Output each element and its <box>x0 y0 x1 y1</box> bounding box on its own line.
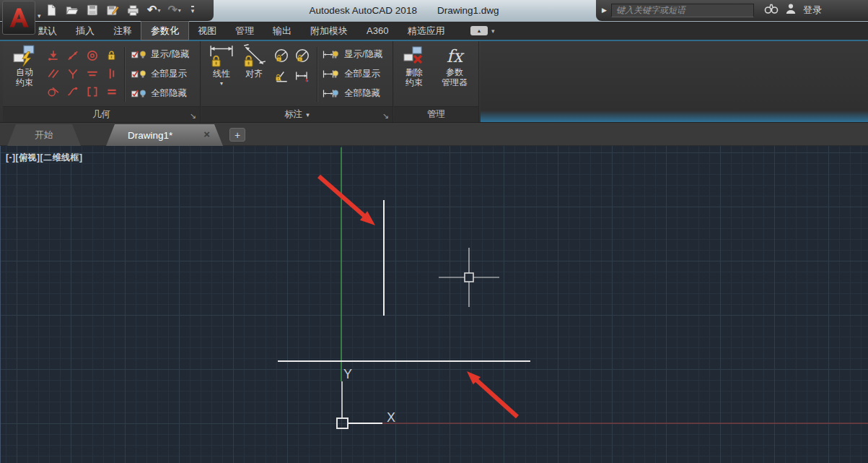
undo-icon: ↶ <box>147 4 157 17</box>
ribbon-tab-view[interactable]: 视图 <box>188 22 226 40</box>
dimension-small-buttons <box>271 46 312 86</box>
constraint-tangent-button[interactable] <box>43 82 63 100</box>
constraint-vertical-button[interactable] <box>102 64 121 82</box>
ribbon-tab-annotate[interactable]: 注释 <box>104 22 141 40</box>
auto-constrain-label-1: 自动 <box>16 67 33 77</box>
undo-button[interactable]: ↶ ▾ <box>147 4 160 17</box>
parameters-manager-button[interactable]: fx 参数 管理器 <box>434 46 475 87</box>
ribbon-tab-insert[interactable]: 插入 <box>66 22 104 40</box>
geometry-panel-title: 几何 <box>3 106 200 122</box>
redo-caret-icon[interactable]: ▾ <box>178 7 181 14</box>
linear-dimension-icon <box>209 44 234 69</box>
constraint-horizontal-button[interactable] <box>82 64 102 82</box>
ucs-x-label: X <box>387 410 395 425</box>
ribbon-tab-addins[interactable]: 附加模块 <box>301 22 357 40</box>
show-hide-dim-constraints-icon <box>323 49 340 60</box>
ribbon-collapse-button[interactable]: ▲ ▾ <box>470 26 495 35</box>
delete-constraints-icon <box>403 46 426 67</box>
aligned-dimension-button[interactable]: 对齐 <box>239 44 269 79</box>
geometry-show-hide-button[interactable]: 显示/隐藏 <box>131 45 189 64</box>
file-tab-close-icon[interactable]: × <box>203 129 210 139</box>
crosshair-cursor <box>439 248 499 307</box>
fx-icon: fx <box>447 46 463 67</box>
show-all-constraints-icon <box>131 69 146 79</box>
diameter-dimension-button[interactable] <box>291 46 312 66</box>
constraint-perpendicular-button[interactable] <box>63 64 82 82</box>
annotation-arrow-1 <box>319 176 375 225</box>
ribbon-collapse-caret-icon[interactable]: ▾ <box>491 27 495 35</box>
drawing-canvas[interactable]: [-][俯视][二维线框] Y X <box>0 146 868 463</box>
pickbox <box>465 273 473 282</box>
annotation-arrow-2 <box>467 371 517 417</box>
convert-dimension-button[interactable] <box>291 66 312 86</box>
hide-all-constraints-icon <box>131 88 146 99</box>
constraint-smooth-button[interactable] <box>63 82 82 100</box>
search-input[interactable] <box>611 4 754 17</box>
constraint-grid <box>43 46 121 100</box>
redo-icon: ↷ <box>167 4 177 17</box>
ribbon-tab-bar: 默认 插入 注释 参数化 视图 管理 输出 附加模块 A360 精选应用 ▲ ▾ <box>0 22 868 41</box>
ribbon-tab-a360[interactable]: A360 <box>357 22 398 40</box>
undo-caret-icon[interactable]: ▾ <box>157 7 160 14</box>
constraint-collinear-button[interactable] <box>63 46 82 64</box>
ribbon-tab-output[interactable]: 输出 <box>263 22 301 40</box>
manage-panel-title: 管理 <box>394 106 478 122</box>
dimension-hide-all-button[interactable]: 全部隐藏 <box>323 84 382 103</box>
dimension-panel-title: 标注 ▾ <box>201 106 393 122</box>
delete-constraints-button[interactable]: 删除 约束 <box>398 46 430 87</box>
new-file-button[interactable] <box>45 4 58 17</box>
linear-dimension-caret-icon[interactable]: ▾ <box>220 80 223 87</box>
radius-dimension-button[interactable] <box>271 46 291 66</box>
redo-button[interactable]: ↷ ▾ <box>167 4 180 17</box>
application-menu-caret-icon[interactable]: ▾ <box>38 12 41 20</box>
ucs-origin-box <box>337 418 348 428</box>
auto-constrain-label-2: 约束 <box>16 77 33 87</box>
ribbon-empty-area <box>481 41 868 122</box>
search-binoculars-icon[interactable] <box>764 3 779 17</box>
constraint-equal-button[interactable] <box>102 82 121 100</box>
save-as-button[interactable] <box>106 4 119 17</box>
constraint-fix-button[interactable] <box>102 46 121 64</box>
ribbon-tab-manage[interactable]: 管理 <box>226 22 263 40</box>
geometry-dialog-launcher-icon[interactable]: ↘ <box>190 112 196 120</box>
geometry-show-all-button[interactable]: 全部显示 <box>131 64 189 84</box>
open-file-button[interactable] <box>65 4 79 17</box>
file-tab-drawing1[interactable]: Drawing1* × <box>106 124 223 146</box>
application-menu-button[interactable] <box>2 1 35 35</box>
hide-all-dim-constraints-icon <box>323 88 340 99</box>
aligned-dimension-icon <box>241 44 267 69</box>
file-tab-start[interactable]: 开始 <box>7 124 81 146</box>
constraint-concentric-button[interactable] <box>82 46 102 64</box>
print-button[interactable] <box>126 4 140 17</box>
panel-manage: 删除 约束 fx 参数 管理器 管理 <box>394 41 479 122</box>
ucs-y-label: Y <box>343 367 352 381</box>
panel-geometry: 自动 约束 <box>3 41 201 122</box>
user-icon[interactable] <box>785 3 797 17</box>
angular-dimension-button[interactable] <box>271 66 291 86</box>
search-flyout-icon[interactable]: ▶ <box>602 7 607 14</box>
document-title: Drawing1.dwg <box>437 5 499 16</box>
constraint-coincident-button[interactable] <box>43 46 63 64</box>
constraint-symmetric-button[interactable] <box>82 82 102 100</box>
auto-constrain-button[interactable]: 自动 约束 <box>7 44 42 87</box>
file-tab-bar: 开始 Drawing1* × + <box>0 123 868 146</box>
linear-dimension-button[interactable]: 线性 ▾ <box>206 44 237 87</box>
autocad-window: ▶ 登录 Autod <box>0 0 868 463</box>
panel-separator <box>317 47 317 102</box>
dimension-panel-flyout-icon[interactable]: ▾ <box>306 111 310 118</box>
dimension-dialog-launcher-icon[interactable]: ↘ <box>382 112 389 120</box>
ribbon-tab-parametric[interactable]: 参数化 <box>141 22 188 40</box>
ribbon-tab-featured-apps[interactable]: 精选应用 <box>398 22 454 40</box>
new-drawing-tab-button[interactable]: + <box>229 128 245 142</box>
dimension-show-hide-button[interactable]: 显示/隐藏 <box>323 45 382 64</box>
signin-button[interactable]: 登录 <box>803 4 822 17</box>
constraint-parallel-button[interactable] <box>43 64 63 82</box>
ucs-icon: Y X <box>337 367 395 428</box>
app-title: Autodesk AutoCAD 2018 <box>310 5 417 16</box>
ribbon-collapse-icon: ▲ <box>470 26 488 35</box>
dimension-show-all-button[interactable]: 全部显示 <box>323 64 382 84</box>
autocad-logo-icon <box>6 5 32 31</box>
geometry-hide-all-button[interactable]: 全部隐藏 <box>131 84 189 103</box>
save-button[interactable] <box>86 4 99 17</box>
qat-customize-button[interactable]: ▾ <box>191 6 195 14</box>
